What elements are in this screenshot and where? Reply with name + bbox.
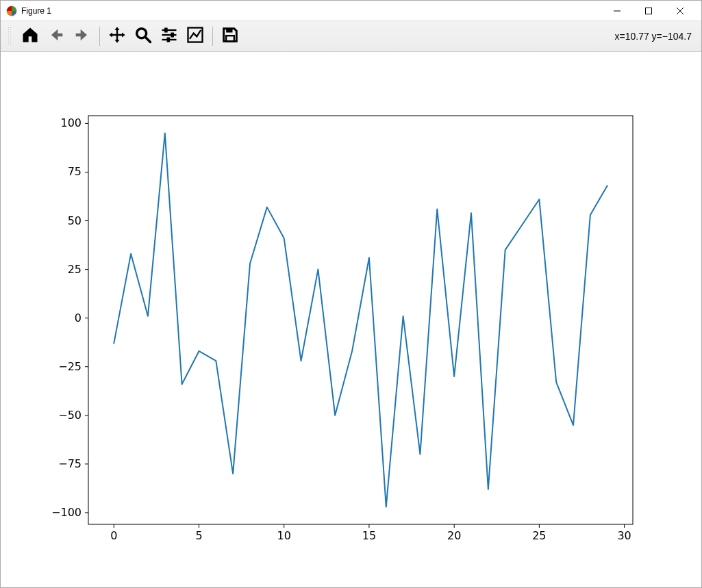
window-controls	[601, 1, 696, 21]
zoom-icon	[134, 25, 153, 47]
sliders-icon	[160, 25, 179, 47]
svg-text:−100: −100	[51, 506, 82, 519]
toolbar-handle	[8, 27, 12, 46]
svg-text:0: 0	[75, 311, 82, 324]
pan-button[interactable]	[104, 23, 130, 49]
back-button[interactable]	[43, 23, 69, 49]
minimize-button[interactable]	[601, 1, 633, 21]
edit-axis-button[interactable]	[182, 23, 208, 49]
cursor-coordinates: x=10.77 y=−104.7	[615, 31, 695, 42]
svg-text:30: 30	[617, 529, 631, 542]
close-button[interactable]	[664, 1, 696, 21]
zoom-button[interactable]	[130, 23, 156, 49]
window-title: Figure 1	[21, 6, 51, 16]
svg-text:25: 25	[68, 263, 82, 276]
svg-text:100: 100	[60, 116, 82, 129]
svg-text:−25: −25	[58, 360, 82, 373]
svg-rect-14	[226, 29, 232, 33]
line-chart-icon	[186, 25, 205, 47]
matplotlib-toolbar: x=10.77 y=−104.7	[1, 21, 701, 52]
maximize-button[interactable]	[633, 1, 664, 21]
forward-button[interactable]	[69, 23, 95, 49]
configure-subplots-button[interactable]	[156, 23, 182, 49]
svg-rect-16	[88, 116, 633, 524]
svg-line-6	[146, 38, 151, 42]
toolbar-separator	[99, 27, 100, 46]
svg-rect-8	[164, 28, 168, 33]
plot-canvas[interactable]: 051015202530−100−75−50−250255075100	[1, 52, 702, 588]
svg-rect-10	[171, 33, 174, 38]
arrow-right-icon	[73, 25, 92, 47]
arrow-left-icon	[47, 25, 66, 47]
svg-text:−50: −50	[58, 409, 82, 422]
svg-text:20: 20	[447, 529, 461, 542]
app-icon	[6, 5, 17, 16]
toolbar-separator	[212, 27, 213, 46]
svg-rect-2	[646, 8, 652, 14]
svg-rect-12	[167, 38, 171, 42]
svg-text:0: 0	[110, 529, 117, 542]
line-chart: 051015202530−100−75−50−250255075100	[1, 52, 702, 588]
svg-text:50: 50	[68, 214, 82, 227]
svg-text:5: 5	[195, 529, 202, 542]
move-icon	[108, 25, 127, 47]
svg-text:75: 75	[68, 165, 82, 178]
home-icon	[21, 25, 40, 47]
svg-text:10: 10	[277, 529, 291, 542]
save-button[interactable]	[217, 23, 243, 49]
svg-text:25: 25	[532, 529, 546, 542]
window-titlebar: Figure 1	[1, 1, 701, 21]
home-button[interactable]	[17, 23, 43, 49]
svg-text:−75: −75	[58, 457, 82, 470]
svg-text:15: 15	[362, 529, 376, 542]
save-icon	[221, 25, 240, 47]
